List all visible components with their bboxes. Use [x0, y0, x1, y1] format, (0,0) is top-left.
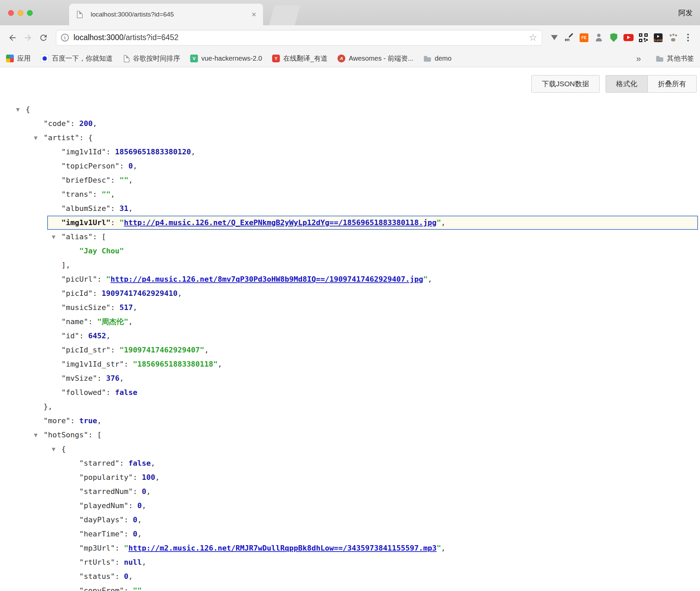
- json-punct: ,: [142, 558, 146, 566]
- json-punct: ,: [218, 360, 222, 368]
- json-punct: :: [115, 572, 124, 581]
- json-line-content: "popularity": 100,: [0, 470, 700, 485]
- fe-extension-icon[interactable]: FE: [577, 30, 591, 46]
- json-key: "rtUrls": [79, 558, 115, 566]
- json-line-content: "starredNum": 0,: [0, 485, 700, 499]
- format-button[interactable]: 格式化: [606, 75, 648, 93]
- collapse-all-button[interactable]: 折叠所有: [647, 75, 697, 93]
- qrcode-extension-icon[interactable]: [636, 30, 651, 46]
- shield-extension-icon[interactable]: [606, 30, 621, 46]
- json-punct: ,: [142, 586, 146, 591]
- json-punct: :: [93, 190, 102, 198]
- json-punct: ,: [142, 501, 146, 510]
- zoom-window-button[interactable]: [27, 10, 33, 16]
- json-url-link[interactable]: http://p4.music.126.net/Q_ExePNkmgB2yWyL…: [124, 218, 436, 227]
- reload-button[interactable]: [36, 30, 51, 45]
- bookmark-item[interactable]: 百度一下，你就知道: [41, 54, 113, 63]
- json-string: ": [119, 218, 124, 227]
- bookmark-star-icon[interactable]: ☆: [529, 33, 537, 42]
- json-punct: ],: [61, 261, 70, 269]
- json-string: ": [437, 544, 441, 552]
- json-key: "followed": [61, 388, 106, 397]
- json-url-link[interactable]: http://p4.music.126.net/8mv7qP30Pd3oHW8b…: [111, 275, 423, 283]
- youdao-dict-extension-icon[interactable]: en: [562, 30, 577, 46]
- browser-tab[interactable]: localhost:3000/artists?id=645 ×: [69, 4, 263, 25]
- collapse-arrow-icon[interactable]: ▼: [32, 131, 39, 145]
- json-punct: :: [115, 544, 124, 552]
- json-punct: ,: [428, 275, 432, 283]
- json-punct: ,: [204, 346, 209, 354]
- json-line: "picUrl": "http://p4.music.126.net/8mv7q…: [0, 272, 700, 286]
- minimize-window-button[interactable]: [18, 10, 23, 16]
- user-extension-icon[interactable]: [591, 30, 606, 46]
- json-line: "picId_str": "19097417462929407",: [0, 343, 700, 357]
- page-info-icon[interactable]: [61, 34, 69, 41]
- json-punct: :: [133, 473, 142, 481]
- json-number: 6452: [88, 332, 106, 340]
- player-icon: PLAYER: [654, 33, 663, 42]
- tab-close-icon[interactable]: ×: [252, 10, 256, 19]
- bookmark-item[interactable]: AAwesomes - 前端资...: [338, 54, 413, 63]
- extension-icons: enFEPLAYER: [547, 30, 680, 46]
- json-number: 200: [79, 119, 93, 128]
- json-punct: ,: [155, 473, 159, 481]
- json-punct: {: [61, 445, 66, 453]
- json-line-content: "dayPlays": 0,: [0, 513, 700, 527]
- json-number: 0: [124, 572, 128, 581]
- json-line-content: "Jay Chou": [0, 244, 700, 258]
- vue-icon: V: [190, 55, 198, 62]
- dart-extension-icon[interactable]: [547, 30, 562, 46]
- json-url-link[interactable]: http://m2.music.126.net/RMJR7wDullRqppBk…: [128, 544, 437, 552]
- collapse-arrow-icon[interactable]: ▼: [14, 102, 22, 117]
- paw-extension-icon[interactable]: [666, 30, 680, 46]
- download-json-button[interactable]: 下载JSON数据: [531, 75, 600, 93]
- json-line: ▼"alias": [: [0, 230, 700, 244]
- json-punct: {: [88, 133, 92, 142]
- apps-icon: [6, 55, 14, 62]
- tab-title: localhost:3000/artists?id=645: [91, 11, 247, 18]
- json-punct: :: [70, 119, 79, 128]
- folder-icon: [424, 55, 431, 62]
- bookmark-item[interactable]: 应用: [6, 54, 31, 63]
- json-line-content: "followed": false: [0, 385, 700, 400]
- json-line: "img1v1Id_str": "18569651883380118",: [0, 357, 700, 371]
- json-key: "artist": [43, 133, 79, 142]
- json-line: ],: [0, 258, 700, 272]
- browser-menu-icon[interactable]: [680, 30, 695, 46]
- player-extension-icon[interactable]: PLAYER: [651, 30, 666, 46]
- json-line-content: "rtUrls": null,: [0, 555, 700, 569]
- folder-icon: [656, 55, 664, 62]
- json-punct: [: [101, 232, 106, 241]
- profile-name[interactable]: 阿发: [678, 8, 693, 18]
- forward-button[interactable]: [20, 30, 36, 45]
- bookmark-item[interactable]: demo: [424, 55, 451, 62]
- bookmark-item[interactable]: 谷歌按时间排序: [123, 54, 180, 63]
- bookmarks-overflow-chevron-icon[interactable]: »: [636, 54, 641, 63]
- other-bookmarks-button[interactable]: 其他书签: [656, 54, 694, 63]
- youtube-extension-icon[interactable]: [621, 30, 636, 46]
- url-text[interactable]: localhost:3000/artists?id=6452: [74, 33, 529, 42]
- url-bar[interactable]: localhost:3000/artists?id=6452 ☆: [56, 30, 542, 45]
- json-number: 0: [133, 530, 137, 538]
- json-key: "code": [43, 119, 70, 128]
- youdao-icon: Y: [272, 55, 280, 62]
- collapse-arrow-icon[interactable]: ▼: [50, 442, 57, 456]
- collapse-arrow-icon[interactable]: ▼: [50, 230, 57, 244]
- reload-icon: [39, 33, 48, 42]
- close-window-button[interactable]: [8, 10, 14, 16]
- bookmark-item[interactable]: Vvue-hackernews-2.0: [190, 55, 262, 62]
- json-punct: ,: [128, 572, 133, 581]
- back-button[interactable]: [5, 30, 20, 45]
- json-line-content: "musicSize": 517,: [0, 301, 700, 315]
- new-tab-button[interactable]: [269, 5, 300, 25]
- json-line-content: "briefDesc": "",: [0, 173, 700, 187]
- bookmark-label: 谷歌按时间排序: [133, 54, 180, 63]
- json-line-content: "trans": "",: [0, 187, 700, 201]
- bookmark-item[interactable]: Y在线翻译_有道: [272, 54, 327, 63]
- awesomes-icon: A: [338, 55, 345, 62]
- json-line: "mvSize": 376,: [0, 371, 700, 385]
- json-number: 31: [119, 204, 128, 213]
- json-number: 18569651883380120: [115, 148, 191, 156]
- qrcode-icon: [639, 33, 648, 42]
- collapse-arrow-icon[interactable]: ▼: [32, 428, 39, 442]
